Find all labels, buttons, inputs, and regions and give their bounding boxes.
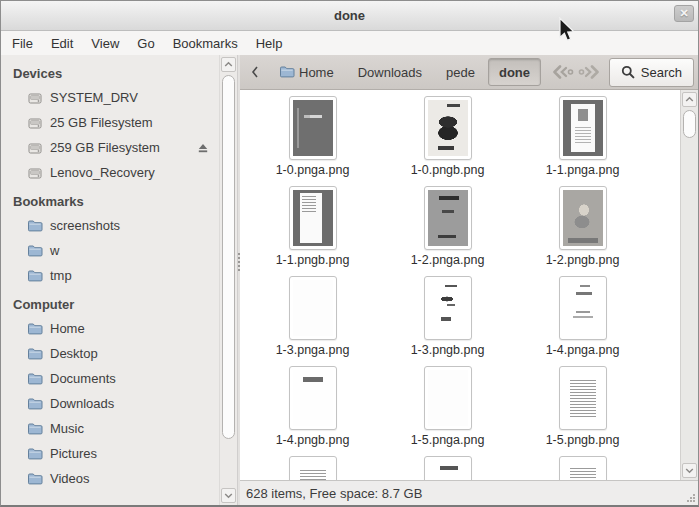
chevron-up-icon bbox=[224, 61, 233, 68]
file-item[interactable]: 1-5.pngb.png bbox=[515, 366, 650, 456]
file-name: 1-4.pngb.png bbox=[276, 433, 350, 448]
file-name: 1-3.pnga.png bbox=[276, 343, 350, 358]
breadcrumb-home[interactable]: Home bbox=[268, 58, 345, 86]
file-item[interactable]: 1-1.pnga.png bbox=[515, 96, 650, 186]
folder-pictures-icon bbox=[27, 446, 43, 462]
breadcrumb-label: pede bbox=[446, 65, 475, 80]
menu-help[interactable]: Help bbox=[247, 33, 292, 54]
sidebar-scrollbar[interactable] bbox=[219, 55, 237, 505]
menu-bookmarks[interactable]: Bookmarks bbox=[164, 33, 247, 54]
file-item[interactable]: 1-2.pnga.png bbox=[380, 186, 515, 276]
sidebar-item-desktop[interactable]: Desktop bbox=[1, 341, 219, 366]
file-thumbnail bbox=[424, 456, 472, 480]
scrollbar-thumb[interactable] bbox=[222, 75, 235, 439]
chevron-up-icon bbox=[685, 96, 694, 103]
sidebar-heading-devices: Devices bbox=[1, 61, 219, 85]
path-scroll-left-button[interactable] bbox=[244, 59, 266, 85]
forward-arrow-icon bbox=[577, 64, 601, 80]
folder-music-icon bbox=[27, 421, 43, 437]
places-sidebar: Devices SYSTEM_DRV 25 GB Filesystem 25 bbox=[1, 55, 240, 505]
file-name: 1-0.pnga.png bbox=[276, 163, 350, 178]
history-forward-button[interactable] bbox=[577, 59, 601, 85]
main-pane: Home Downloads pede done bbox=[240, 55, 698, 505]
sidebar-item-w[interactable]: w bbox=[1, 238, 219, 263]
sidebar-item-label: 259 GB Filesystem bbox=[50, 140, 160, 155]
menubar: File Edit View Go Bookmarks Help bbox=[1, 31, 698, 55]
sidebar-item-label: Documents bbox=[50, 371, 116, 386]
file-thumbnail bbox=[424, 366, 472, 430]
history-back-button[interactable] bbox=[551, 59, 575, 85]
sidebar-item-home[interactable]: Home bbox=[1, 316, 219, 341]
sidebar-item-25gb-filesystem[interactable]: 25 GB Filesystem bbox=[1, 110, 219, 135]
titlebar[interactable]: done ✕ bbox=[1, 1, 698, 31]
sidebar-item-screenshots[interactable]: screenshots bbox=[1, 213, 219, 238]
sidebar-item-label: Home bbox=[50, 321, 85, 336]
sidebar-item-label: Music bbox=[50, 421, 84, 436]
file-item[interactable] bbox=[245, 456, 380, 480]
sidebar-item-label: screenshots bbox=[50, 218, 120, 233]
sidebar-item-label: SYSTEM_DRV bbox=[50, 90, 138, 105]
scrollbar-thumb[interactable] bbox=[683, 110, 696, 138]
eject-icon[interactable] bbox=[197, 142, 209, 154]
file-item[interactable]: 1-3.pngb.png bbox=[380, 276, 515, 366]
breadcrumb-label: done bbox=[499, 65, 530, 80]
file-item[interactable]: 1-2.pngb.png bbox=[515, 186, 650, 276]
folder-icon bbox=[27, 218, 43, 234]
sidebar-item-label: Desktop bbox=[50, 346, 98, 361]
scroll-down-button[interactable] bbox=[682, 463, 697, 478]
file-manager-window: done ✕ File Edit View Go Bookmarks Help … bbox=[0, 0, 699, 507]
chevron-down-icon bbox=[685, 467, 694, 474]
folder-videos-icon bbox=[27, 471, 43, 487]
breadcrumb-done[interactable]: done bbox=[488, 58, 541, 86]
file-item[interactable]: 1-0.pngb.png bbox=[380, 96, 515, 186]
scroll-up-button[interactable] bbox=[682, 92, 697, 107]
file-name: 1-2.pngb.png bbox=[546, 253, 620, 268]
sidebar-item-259gb-filesystem[interactable]: 259 GB Filesystem bbox=[1, 135, 219, 160]
back-arrow-icon bbox=[551, 64, 575, 80]
sidebar-item-pictures[interactable]: Pictures bbox=[1, 441, 219, 466]
sidebar-item-videos[interactable]: Videos bbox=[1, 466, 219, 491]
scroll-down-button[interactable] bbox=[221, 488, 236, 503]
file-item[interactable]: 1-4.pngb.png bbox=[245, 366, 380, 456]
file-thumbnail bbox=[424, 186, 472, 250]
close-button[interactable]: ✕ bbox=[674, 5, 694, 22]
file-thumbnail bbox=[289, 456, 337, 480]
sidebar-item-label: 25 GB Filesystem bbox=[50, 115, 153, 130]
resize-grip[interactable] bbox=[685, 492, 695, 502]
menu-edit[interactable]: Edit bbox=[42, 33, 82, 54]
search-button[interactable]: Search bbox=[609, 58, 694, 87]
sidebar-heading-bookmarks: Bookmarks bbox=[1, 189, 219, 213]
menu-view[interactable]: View bbox=[82, 33, 128, 54]
breadcrumb-downloads[interactable]: Downloads bbox=[347, 58, 433, 86]
file-item[interactable]: 1-1.pngb.png bbox=[245, 186, 380, 276]
sidebar-item-label: w bbox=[50, 243, 59, 258]
main-scrollbar[interactable] bbox=[680, 90, 698, 480]
file-icon-view[interactable]: 1-0.pnga.png 1-0.pngb.png 1-1.pnga.png 1… bbox=[240, 90, 698, 480]
file-item[interactable] bbox=[380, 456, 515, 480]
folder-home-icon bbox=[27, 321, 43, 337]
sidebar-item-label: Pictures bbox=[50, 446, 97, 461]
file-item[interactable]: 1-0.pnga.png bbox=[245, 96, 380, 186]
sidebar-item-documents[interactable]: Documents bbox=[1, 366, 219, 391]
file-grid: 1-0.pnga.png 1-0.pngb.png 1-1.pnga.png 1… bbox=[240, 90, 680, 480]
window-title: done bbox=[1, 1, 698, 30]
folder-desktop-icon bbox=[27, 346, 43, 362]
file-item[interactable]: 1-3.pnga.png bbox=[245, 276, 380, 366]
chevron-down-icon bbox=[224, 492, 233, 499]
statusbar: 628 items, Free space: 8.7 GB bbox=[240, 480, 698, 505]
sidebar-item-downloads[interactable]: Downloads bbox=[1, 391, 219, 416]
menu-go[interactable]: Go bbox=[128, 33, 163, 54]
sidebar-item-tmp[interactable]: tmp bbox=[1, 263, 219, 288]
file-item[interactable]: 1-5.pnga.png bbox=[380, 366, 515, 456]
file-item[interactable]: 1-4.pnga.png bbox=[515, 276, 650, 366]
breadcrumb-pede[interactable]: pede bbox=[435, 58, 486, 86]
sidebar-item-music[interactable]: Music bbox=[1, 416, 219, 441]
menu-file[interactable]: File bbox=[3, 33, 42, 54]
file-item[interactable] bbox=[515, 456, 650, 480]
file-thumbnail bbox=[289, 366, 337, 430]
sidebar-item-system-drv[interactable]: SYSTEM_DRV bbox=[1, 85, 219, 110]
file-name: 1-0.pngb.png bbox=[411, 163, 485, 178]
scroll-up-button[interactable] bbox=[221, 57, 236, 72]
file-name: 1-5.pngb.png bbox=[546, 433, 620, 448]
sidebar-item-lenovo-recovery[interactable]: Lenovo_Recovery bbox=[1, 160, 219, 185]
